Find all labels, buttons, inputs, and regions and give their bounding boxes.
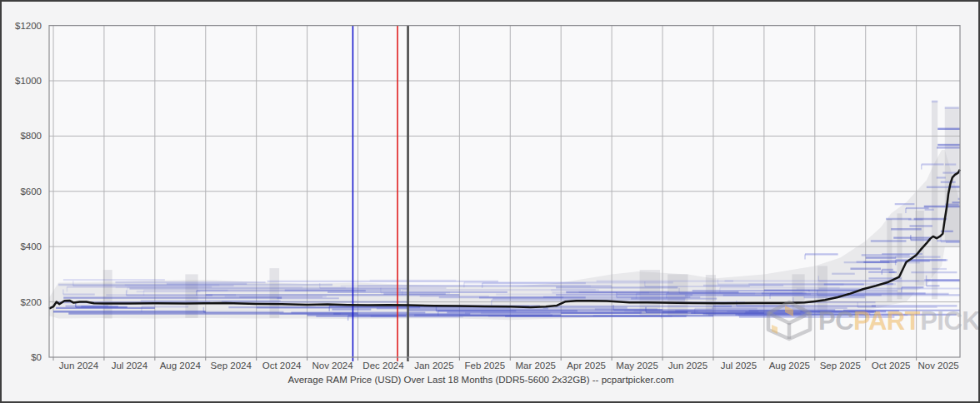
- x-axis-label: Sep 2025: [820, 361, 861, 371]
- x-axis-label: May 2025: [616, 361, 658, 371]
- x-axis-label: Oct 2025: [872, 361, 911, 371]
- x-axis-label: Jan 2025: [414, 361, 453, 371]
- x-axis-label: Sep 2024: [211, 361, 252, 371]
- y-axis-label: $0: [31, 352, 42, 362]
- y-axis-label: $1200: [15, 21, 42, 31]
- x-axis-label: Apr 2025: [567, 361, 606, 371]
- x-axis-label: Nov 2024: [312, 361, 352, 371]
- x-axis-label: Dec 2024: [362, 361, 403, 371]
- x-axis-label: Aug 2025: [769, 361, 810, 371]
- price-trend-chart: $0$200$400$600$800$1000$1200 Jun 2024Jul…: [0, 0, 980, 403]
- x-axis-label: Oct 2024: [262, 361, 302, 371]
- y-axis-label: $400: [20, 241, 42, 251]
- y-axis-label: $1000: [15, 76, 42, 86]
- x-axis-label: Jun 2024: [59, 361, 98, 371]
- x-axis-label: Mar 2025: [515, 361, 556, 371]
- y-axis-label: $600: [20, 187, 42, 197]
- chart-title: Average RAM Price (USD) Over Last 18 Mon…: [2, 375, 960, 385]
- x-axis-label: Aug 2024: [160, 361, 201, 371]
- x-axis-label: Jul 2025: [721, 361, 757, 371]
- y-axis-label: $800: [20, 131, 42, 141]
- price-range-column: [270, 268, 280, 318]
- x-axis-label: Nov 2025: [918, 361, 958, 371]
- y-axis-label: $200: [20, 297, 42, 307]
- x-axis-label: Feb 2025: [465, 361, 506, 371]
- x-axis-label: Jul 2024: [112, 361, 148, 371]
- x-axis-label: Jun 2025: [668, 361, 708, 371]
- chart-canvas: [2, 2, 980, 403]
